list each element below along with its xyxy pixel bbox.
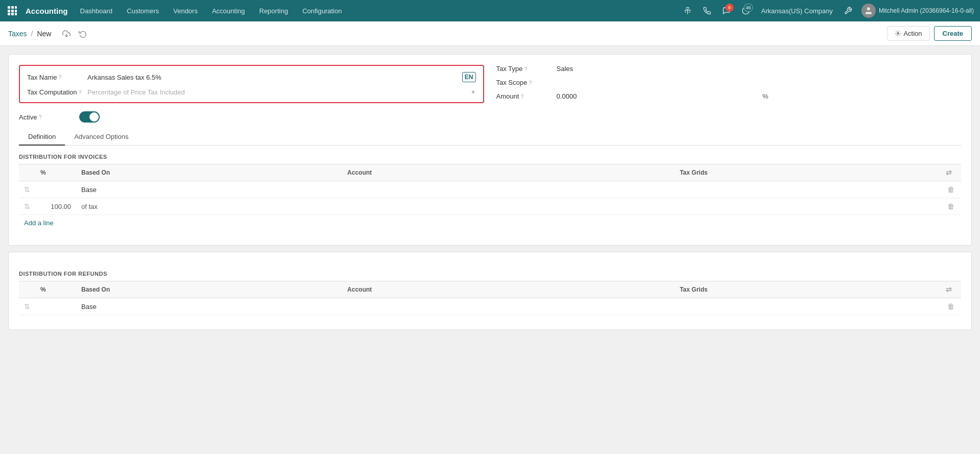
invoices-col-delete-header: ⇄ xyxy=(941,164,961,181)
svg-rect-3 xyxy=(8,10,10,12)
distribution-refunds-card: DISTRIBUTION FOR REFUNDS % Based On Acco… xyxy=(8,252,972,330)
tax-name-row: Tax Name ? EN xyxy=(27,72,476,82)
svg-rect-7 xyxy=(11,13,14,15)
table-row: ⇅ Base 🗑 xyxy=(19,298,961,315)
tax-type-label: Tax Type ? xyxy=(496,65,553,73)
nav-accounting[interactable]: Accounting xyxy=(205,0,252,21)
nav-reporting[interactable]: Reporting xyxy=(252,0,295,21)
tab-definition[interactable]: Definition xyxy=(19,129,65,146)
refunds-col-basedon: Based On xyxy=(76,281,342,298)
tax-type-value: Sales xyxy=(557,65,962,73)
company-name[interactable]: Arkansas(US) Company xyxy=(757,7,837,15)
tax-scope-help-icon[interactable]: ? xyxy=(529,80,532,86)
svg-rect-6 xyxy=(8,13,10,15)
refunds-reorder-icon[interactable]: ⇄ xyxy=(946,285,952,294)
form-top-section: Tax Name ? EN Tax Computation ? Pe xyxy=(19,65,961,125)
delete-icon[interactable]: 🗑 xyxy=(947,202,954,210)
active-label: Active ? xyxy=(19,113,75,121)
tax-type-help-icon[interactable]: ? xyxy=(524,66,527,72)
row1-handle[interactable]: ⇅ xyxy=(19,181,35,198)
tax-name-lang-badge[interactable]: EN xyxy=(462,72,476,82)
add-line-button[interactable]: Add a line xyxy=(19,215,59,231)
drag-handle-icon: ⇅ xyxy=(24,185,30,194)
tax-name-help-icon[interactable]: ? xyxy=(59,74,62,80)
tab-advanced-options[interactable]: Advanced Options xyxy=(65,129,138,146)
action-label: Action xyxy=(903,30,922,37)
breadcrumb-bar: Taxes / New Action Create xyxy=(0,21,980,46)
amount-row: Amount ? 0.0000 % xyxy=(496,92,962,100)
active-help-icon[interactable]: ? xyxy=(38,114,41,120)
invoices-col-basedon: Based On xyxy=(76,164,342,181)
page-content: Tax Name ? EN Tax Computation ? Pe xyxy=(0,46,980,338)
refund-row1-handle[interactable]: ⇅ xyxy=(19,298,35,315)
row2-percent: 100.00 xyxy=(35,198,76,215)
apps-grid-icon[interactable] xyxy=(4,3,20,19)
distribution-refunds-section: DISTRIBUTION FOR REFUNDS % Based On Acco… xyxy=(19,262,961,319)
nav-links: Dashboard Customers Vendors Accounting R… xyxy=(73,0,678,21)
delete-icon[interactable]: 🗑 xyxy=(947,185,954,194)
clock-icon[interactable]: 46 xyxy=(738,3,754,19)
amount-value[interactable]: 0.0000 xyxy=(557,92,756,100)
breadcrumb-parent[interactable]: Taxes xyxy=(8,30,27,38)
table-row: ⇅ 100.00 of tax 🗑 xyxy=(19,198,961,215)
breadcrumb-actions xyxy=(59,27,90,41)
refund-row1-delete[interactable]: 🗑 xyxy=(941,298,961,315)
avatar xyxy=(861,4,876,18)
delete-icon[interactable]: 🗑 xyxy=(947,302,954,310)
row2-basedon: of tax xyxy=(76,198,342,215)
tabs-row: Definition Advanced Options xyxy=(19,129,961,146)
invoices-col-percent: % xyxy=(35,164,76,181)
undo-icon[interactable] xyxy=(76,27,90,41)
invoices-col-taxgrids: Tax Grids xyxy=(675,164,941,181)
invoices-col-account: Account xyxy=(342,164,674,181)
refunds-col-delete-header: ⇄ xyxy=(941,281,961,298)
create-button[interactable]: Create xyxy=(934,26,972,41)
row1-delete[interactable]: 🗑 xyxy=(941,181,961,198)
active-row: Active ? xyxy=(19,109,484,125)
nav-vendors[interactable]: Vendors xyxy=(166,0,205,21)
app-brand[interactable]: Accounting xyxy=(21,7,72,15)
distribution-invoices-label: DISTRIBUTION FOR INVOICES xyxy=(19,146,961,164)
table-row: ⇅ Base 🗑 xyxy=(19,181,961,198)
tax-computation-dropdown-icon[interactable]: ▼ xyxy=(471,89,476,95)
invoices-table: % Based On Account Tax Grids ⇄ ⇅ xyxy=(19,164,961,215)
active-toggle[interactable] xyxy=(79,111,100,123)
svg-rect-2 xyxy=(15,6,17,9)
breadcrumb-current: New xyxy=(37,30,51,38)
nav-dashboard[interactable]: Dashboard xyxy=(73,0,120,21)
action-button[interactable]: Action xyxy=(887,26,929,41)
nav-configuration[interactable]: Configuration xyxy=(295,0,349,21)
phone-icon[interactable] xyxy=(699,3,715,19)
refunds-col-handle xyxy=(19,281,35,298)
bug-icon[interactable] xyxy=(679,3,696,19)
invoices-col-handle xyxy=(19,164,35,181)
amount-help-icon[interactable]: ? xyxy=(520,93,523,100)
nav-customers[interactable]: Customers xyxy=(120,0,166,21)
amount-unit: % xyxy=(762,92,961,100)
refund-row1-basedon: Base xyxy=(76,298,342,315)
clock-badge: 46 xyxy=(744,4,753,12)
drag-handle-icon: ⇅ xyxy=(24,202,30,210)
refund-row1-percent xyxy=(35,298,76,315)
svg-rect-1 xyxy=(11,6,14,9)
svg-point-12 xyxy=(897,33,899,34)
row1-percent xyxy=(35,181,76,198)
cloud-save-icon[interactable] xyxy=(59,27,74,41)
row1-taxgrids xyxy=(675,181,941,198)
user-name: Mitchell Admin (20366964-16-0-all) xyxy=(879,7,974,14)
distribution-refunds-label: DISTRIBUTION FOR REFUNDS xyxy=(19,262,961,281)
row2-handle[interactable]: ⇅ xyxy=(19,198,35,215)
tax-type-row: Tax Type ? Sales xyxy=(496,65,962,73)
refund-row1-account xyxy=(342,298,674,315)
tax-computation-help-icon[interactable]: ? xyxy=(79,89,82,95)
refunds-col-taxgrids: Tax Grids xyxy=(675,281,941,298)
settings-wrench-icon[interactable] xyxy=(840,3,856,19)
reorder-icon[interactable]: ⇄ xyxy=(946,169,952,177)
chat-icon[interactable]: 9 xyxy=(718,3,735,19)
tax-name-input[interactable] xyxy=(87,74,458,81)
tax-scope-row: Tax Scope ? xyxy=(496,79,962,86)
row2-delete[interactable]: 🗑 xyxy=(941,198,961,215)
row2-account xyxy=(342,198,674,215)
user-menu[interactable]: Mitchell Admin (20366964-16-0-all) xyxy=(859,4,976,18)
breadcrumb-separator: / xyxy=(31,30,33,38)
